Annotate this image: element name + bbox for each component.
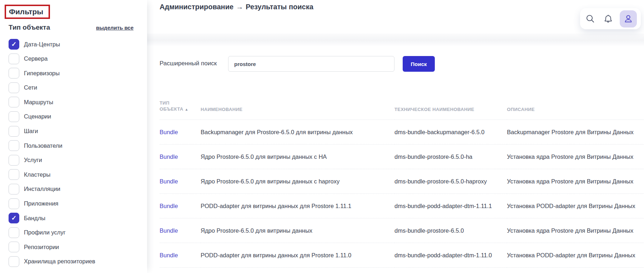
filter-checkbox-item[interactable]: Бандлы (9, 213, 95, 223)
filter-label: Пользователи (24, 142, 62, 149)
table-row[interactable]: Bundle Backupmanager для Prostore-6.5.0 … (160, 120, 644, 145)
description-cell: Backupmanager Prostore для Витрины Данны… (507, 120, 644, 145)
object-type-link[interactable]: Bundle (160, 178, 178, 184)
checkbox[interactable] (9, 140, 19, 151)
description-cell: Установка ядра Prostore для Витрины Данн… (507, 218, 644, 243)
checkbox[interactable] (9, 213, 19, 223)
object-type-heading: Тип объекта (9, 24, 50, 31)
filter-checkbox-item[interactable]: Гипервизоры (9, 68, 95, 79)
filter-label: Маршруты (24, 99, 53, 106)
filter-label: Бандлы (24, 215, 45, 222)
filter-checkbox-item[interactable]: Профили услуг (9, 227, 95, 238)
filter-label: Приложения (24, 200, 59, 207)
filter-label: Кластеры (24, 171, 50, 178)
topbar-icon-pill (580, 8, 641, 29)
description-cell: Установка ядра Prostore для Витрины Данн… (507, 169, 644, 194)
name-cell: Ядро Prostore-6.5.0 для витрины данных (201, 218, 394, 243)
column-header-name[interactable]: НАИМЕНОВАНИЕ (201, 83, 394, 120)
tech-name-cell: dms-bundle-prostore-6.5.0 (394, 218, 507, 243)
name-cell: Ядро Prostore-6.5.0 для витрины данных с… (201, 169, 394, 194)
checkbox[interactable] (9, 126, 19, 137)
search-results-table: ТИП ОБЪЕКТА▲ НАИМЕНОВАНИЕ ТЕХНИЧЕСКОЕ НА… (160, 83, 644, 273)
search-icon[interactable] (584, 13, 596, 25)
user-icon[interactable] (620, 10, 637, 27)
filter-label: Сценарии (24, 113, 51, 120)
filter-checkbox-item[interactable]: Шаги (9, 126, 95, 137)
search-submit-button[interactable]: Поиск (403, 56, 435, 72)
column-header-tech-name[interactable]: ТЕХНИЧЕСКОЕ НАИМЕНОВАНИЕ (394, 83, 507, 120)
column-header-description[interactable]: ОПИСАНИЕ (507, 83, 644, 120)
table-row[interactable]: Bundle Ядро Prostore-6.4.0 для витрины д… (160, 268, 644, 273)
table-row[interactable]: Bundle PODD-adapter для витрины данных д… (160, 194, 644, 218)
checkbox[interactable] (9, 242, 19, 252)
filter-label: Репозитории (24, 244, 59, 251)
filter-checkbox-item[interactable]: Хранилища репозиториев (9, 256, 95, 267)
filter-checkbox-item[interactable]: Сети (9, 82, 95, 93)
checkbox[interactable] (9, 155, 19, 166)
checkbox[interactable] (9, 198, 19, 209)
main-content: Администрирование→Результаты поиска Расш… (147, 0, 644, 273)
checkbox[interactable] (9, 111, 19, 122)
sort-asc-icon[interactable]: ▲ (185, 107, 188, 111)
filter-checkbox-item[interactable]: Услуги (9, 155, 95, 166)
header-divider-band (147, 34, 644, 46)
checkbox[interactable] (9, 54, 19, 64)
object-type-link[interactable]: Bundle (160, 252, 178, 258)
filter-checkbox-item[interactable]: Приложения (9, 198, 95, 209)
checkbox[interactable] (9, 184, 19, 194)
filters-sidebar: Фильтры Тип объекта выделить все Дата-Це… (0, 0, 147, 273)
tech-name-cell: dms-bundle-podd-adapter-dtm-1.11.1 (394, 194, 507, 218)
checkbox[interactable] (9, 227, 19, 238)
checkbox[interactable] (9, 169, 19, 180)
name-cell: Ядро Prostore-6.4.0 для витрины данных с… (201, 268, 394, 273)
filter-label: Дата-Центры (24, 41, 60, 48)
tech-name-cell: dms-bundle-prostore-6.5.0-haproxy (394, 169, 507, 194)
description-cell: Установка PODD-adapter для Витрины Данны… (507, 194, 644, 218)
search-input[interactable] (228, 56, 394, 72)
checkbox[interactable] (9, 256, 19, 267)
filter-checkbox-item[interactable]: Инсталляции (9, 184, 95, 194)
object-type-link[interactable]: Bundle (160, 129, 178, 135)
filter-checkbox-item[interactable]: Сценарии (9, 111, 95, 122)
name-cell: Backupmanager для Prostore-6.5.0 для вит… (201, 120, 394, 145)
breadcrumb-parent[interactable]: Администрирование (160, 3, 233, 11)
filter-checkbox-item[interactable]: Кластеры (9, 169, 95, 180)
filter-label: Инсталляции (24, 186, 60, 192)
filter-label: Хранилища репозиториев (24, 258, 95, 265)
bell-icon[interactable] (602, 13, 614, 25)
filter-checkbox-item[interactable]: Пользователи (9, 140, 95, 151)
breadcrumb-arrow: → (233, 3, 246, 11)
filter-checkbox-item[interactable]: Маршруты (9, 97, 95, 107)
checkbox[interactable] (9, 68, 19, 79)
table-row[interactable]: Bundle Ядро Prostore-6.5.0 для витрины д… (160, 169, 644, 194)
checkbox[interactable] (9, 82, 19, 93)
object-type-link[interactable]: Bundle (160, 203, 178, 209)
filter-label: Сервера (24, 55, 47, 62)
name-cell: PODD-adapter для витрины данных для Pros… (201, 194, 394, 218)
column-header-object-type[interactable]: ТИП ОБЪЕКТА▲ (160, 83, 201, 120)
table-row[interactable]: Bundle PODD-adapter для витрины данных д… (160, 243, 644, 268)
filter-checkbox-item[interactable]: Репозитории (9, 242, 95, 252)
filter-label: Шаги (24, 128, 38, 135)
description-cell: Установка PODD-adapter для Витрины Данны… (507, 243, 644, 268)
table-row[interactable]: Bundle Ядро Prostore-6.5.0 для витрины д… (160, 218, 644, 243)
select-all-link[interactable]: выделить все (96, 25, 134, 31)
object-type-link[interactable]: Bundle (160, 227, 178, 234)
sidebar-title: Фильтры (6, 7, 43, 16)
filter-label: Гипервизоры (24, 70, 60, 77)
filter-checkbox-item[interactable]: Сервера (9, 54, 95, 64)
advanced-search-label: Расширенный поиск (160, 60, 217, 67)
red-annotation-box: Фильтры (5, 5, 50, 19)
checkbox[interactable] (9, 39, 19, 50)
tech-name-cell: dms-bundle-backupmanager-6.5.0 (394, 120, 507, 145)
tech-name-cell: dms-bundle-prostore-6.5.0-ha (394, 145, 507, 169)
filter-label: Сети (24, 84, 37, 91)
filter-checkbox-item[interactable]: Дата-Центры (9, 39, 95, 50)
description-cell: Установка ядра Prostore для Витрины Данн… (507, 145, 644, 169)
object-type-link[interactable]: Bundle (160, 153, 178, 160)
breadcrumb: Администрирование→Результаты поиска (160, 3, 313, 11)
object-type-section-header: Тип объекта выделить все (9, 24, 134, 31)
table-row[interactable]: Bundle Ядро Prostore-6.5.0 для витрины д… (160, 145, 644, 169)
checkbox[interactable] (9, 97, 19, 107)
name-cell: PODD-adapter для витрины данных для Pros… (201, 243, 394, 268)
